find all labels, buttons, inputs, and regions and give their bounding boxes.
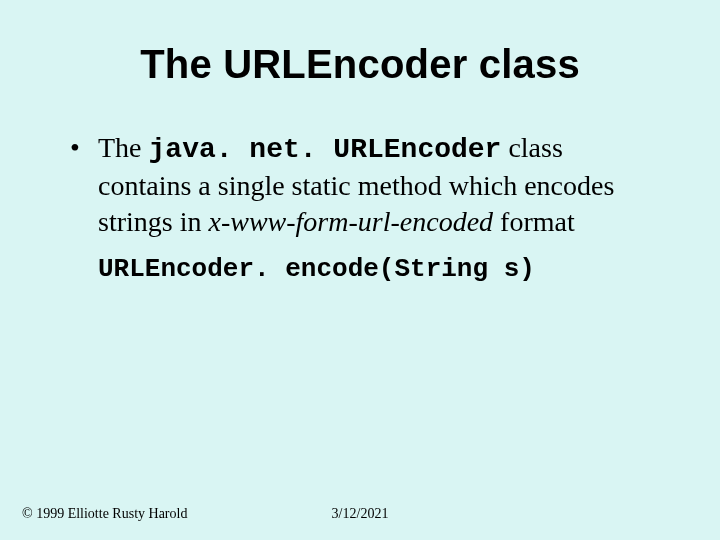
bullet-item: • The java. net. URLEncoder class contai… bbox=[70, 130, 660, 240]
bullet-text-pre: The bbox=[98, 132, 149, 163]
bullet-text: The java. net. URLEncoder class contains… bbox=[98, 130, 660, 240]
bullet-marker: • bbox=[70, 130, 98, 166]
bullet-italic: x-www-form-url-encoded bbox=[208, 206, 493, 237]
code-line: URLEncoder. encode(String s) bbox=[98, 254, 660, 284]
slide-body: • The java. net. URLEncoder class contai… bbox=[70, 130, 660, 284]
bullet-code: java. net. URLEncoder bbox=[149, 134, 502, 165]
footer-date: 3/12/2021 bbox=[0, 506, 720, 522]
slide-title: The URLEncoder class bbox=[0, 42, 720, 87]
slide: The URLEncoder class • The java. net. UR… bbox=[0, 0, 720, 540]
bullet-text-post: format bbox=[493, 206, 575, 237]
